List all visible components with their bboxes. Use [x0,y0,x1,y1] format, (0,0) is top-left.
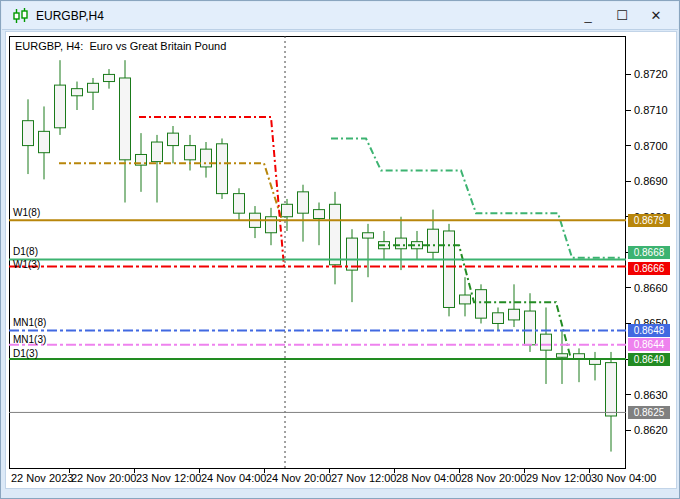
price-axis-label: 0.8690 [634,175,668,187]
maximize-button[interactable]: ☐ [614,2,630,30]
level-label-w1(8): W1(8) [13,207,40,218]
price-axis-label: 0.8630 [634,389,668,401]
chart-window: EURGBP,H4 _ ☐ ✕ EURGBP, H4: Euro vs Grea… [0,0,680,499]
candle-body [541,334,552,350]
price-badge-d1(8): 0.8668 [628,246,670,259]
level-label-d1(8): D1(8) [13,246,38,257]
candle-body [557,354,568,358]
candle-body [347,238,358,270]
price-badge-mn1(8): 0.8648 [628,324,670,337]
candle-body [88,83,99,92]
candle-body [314,210,325,219]
candle-body [168,133,179,145]
minimize-button[interactable]: _ [580,2,596,30]
time-axis-label: 23 Nov 12:00 [136,472,201,484]
chart-canvas[interactable] [9,36,626,469]
price-axis-tick [626,181,631,182]
price-axis-label: 0.8710 [634,104,668,116]
d1(3)-history [378,245,622,359]
price-axis-tick [626,145,631,146]
time-axis-label: 22 Nov 2023 [11,472,73,484]
candle-body [55,85,66,128]
time-axis-label: 22 Nov 20:00 [71,472,136,484]
price-badge-w1(3): 0.8666 [628,262,670,275]
candlestick-chart-icon [12,8,30,24]
candle-body [39,131,50,152]
price-badge-d1(3): 0.8640 [628,353,670,366]
candle-body [476,290,487,318]
window-titlebar[interactable]: EURGBP,H4 _ ☐ ✕ [2,2,678,30]
candle-body [120,78,131,160]
candle-body [298,192,309,213]
price-axis-tick [626,287,631,288]
chart-symbol-header: EURGBP, H4: Euro vs Great Britain Pound [15,40,226,52]
time-axis-label: 30 Nov 04:00 [591,472,656,484]
price-axis-tick [626,74,631,75]
candle-body [217,144,228,194]
time-axis-label: 29 Nov 12:00 [526,472,591,484]
price-axis-label: 0.8620 [634,424,668,436]
window-title: EURGBP,H4 [36,9,104,23]
price-axis-tick [626,110,631,111]
w1(3)-history [139,117,284,266]
candle-body [185,146,196,160]
candle-body [104,74,115,81]
d1(8)-history [331,138,622,257]
time-axis-label: 24 Nov 04:00 [201,472,266,484]
candle-body [234,194,245,214]
candle-body [525,311,536,345]
price-badge-w1(8): 0.8679 [628,214,670,227]
candle-body [606,363,617,416]
time-axis-label: 28 Nov 20:00 [461,472,526,484]
candle-body [396,238,407,249]
candle-body [363,233,374,238]
candle-body [460,295,471,304]
level-label-w1(3): W1(3) [13,259,40,270]
candle-body [509,309,520,320]
current-price-badge: 0.8625 [628,406,670,419]
price-axis-tick [626,394,631,395]
candle-body [152,142,163,162]
time-axis-label: 27 Nov 12:00 [331,472,396,484]
candle-body [428,229,439,252]
candle-body [444,231,455,307]
candle-body [330,204,341,264]
w1(8)-history [59,163,282,220]
price-axis-tick [626,430,631,431]
candle-body [266,217,277,233]
price-axis-label: 0.8660 [634,282,668,294]
candle-body [282,204,293,216]
candle-body [493,313,504,324]
time-axis-label: 28 Nov 04:00 [396,472,461,484]
time-axis-label: 24 Nov 20:00 [266,472,331,484]
level-label-mn1(3): MN1(3) [13,334,46,345]
level-label-d1(3): D1(3) [13,348,38,359]
price-axis-label: 0.8720 [634,68,668,80]
candle-body [23,121,34,146]
candle-body [72,89,83,96]
close-button[interactable]: ✕ [648,2,664,30]
price-axis-label: 0.8700 [634,140,668,152]
level-label-mn1(8): MN1(8) [13,317,46,328]
price-badge-mn1(3): 0.8644 [628,338,670,351]
